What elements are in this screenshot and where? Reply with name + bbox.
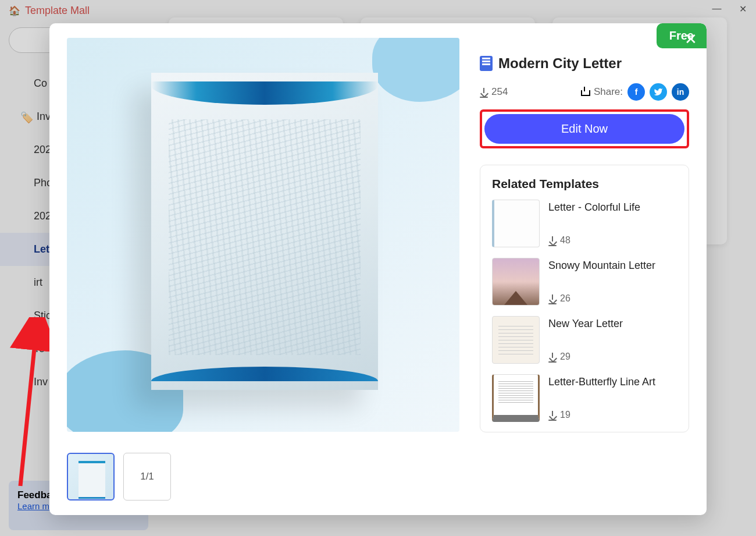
page-thumbnail[interactable] [67, 453, 115, 500]
template-preview [67, 38, 459, 432]
share-icon [581, 88, 589, 96]
related-template-item[interactable]: Snowy Mountain Letter 26 [492, 258, 677, 306]
download-count: 254 [480, 86, 508, 98]
related-name: New Year Letter [548, 318, 623, 330]
related-downloads: 19 [548, 410, 655, 420]
close-modal-button[interactable]: ✕ [682, 30, 700, 48]
related-thumbnail [492, 316, 540, 364]
related-template-item[interactable]: Letter - Colorful Life 48 [492, 200, 677, 247]
edit-now-button[interactable]: Edit Now [484, 114, 684, 144]
document-icon [480, 56, 493, 71]
thumbnail-bar: 1/1 [67, 453, 171, 500]
related-thumbnail [492, 374, 540, 422]
related-name: Snowy Mountain Letter [548, 260, 655, 272]
download-icon [548, 236, 557, 244]
related-templates: Related Templates Letter - Colorful Life… [480, 165, 689, 432]
related-downloads: 29 [548, 352, 623, 362]
download-icon [548, 411, 557, 419]
related-name: Letter - Colorful Life [548, 201, 640, 214]
download-icon [548, 353, 557, 361]
share-group: Share: f in [581, 83, 689, 101]
download-icon [480, 88, 488, 96]
related-template-item[interactable]: New Year Letter 29 [492, 316, 677, 364]
template-title: Modern City Letter [498, 55, 622, 72]
download-icon [548, 294, 557, 303]
related-thumbnail [492, 258, 540, 306]
twitter-share-button[interactable] [650, 83, 667, 101]
share-label: Share: [594, 86, 623, 98]
preview-document [151, 73, 378, 390]
related-downloads: 26 [548, 293, 655, 304]
related-name: Letter-Butterfly Line Art [548, 376, 655, 388]
linkedin-share-button[interactable]: in [672, 83, 689, 101]
page-count-indicator: 1/1 [123, 453, 171, 500]
facebook-share-button[interactable]: f [627, 83, 645, 101]
related-template-item[interactable]: Letter-Butterfly Line Art 19 [492, 374, 677, 422]
related-thumbnail [492, 200, 540, 247]
related-downloads: 48 [548, 235, 640, 246]
template-detail-modal: Free ✕ 1/1 Modern City Letter 254 Shar [49, 23, 707, 515]
related-title: Related Templates [492, 177, 677, 191]
annotation-highlight: Edit Now [480, 109, 689, 148]
detail-panel: Modern City Letter 254 Share: f in Edit … [480, 55, 689, 432]
